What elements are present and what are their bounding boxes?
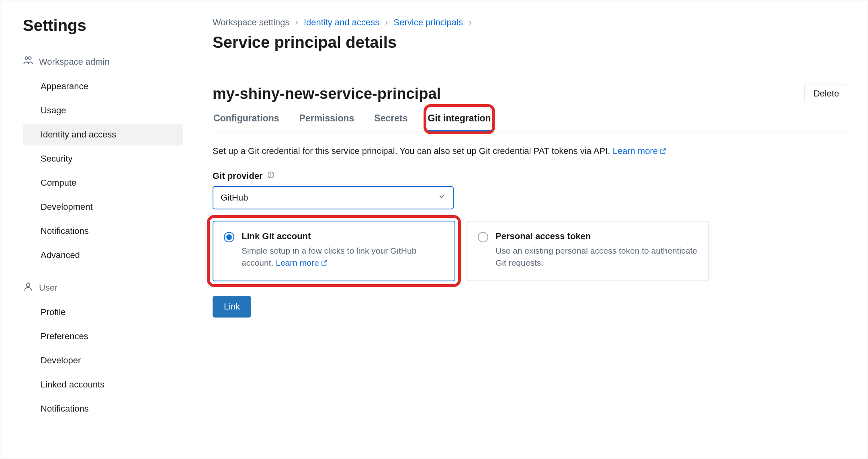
external-link-icon xyxy=(321,258,328,270)
git-provider-value: GitHub xyxy=(221,193,248,203)
sidebar-item-developer[interactable]: Developer xyxy=(23,350,183,371)
option-link-title: Link Git account xyxy=(242,231,444,242)
service-principal-name: my-shiny-new-service-principal xyxy=(213,85,441,102)
sidebar-item-development[interactable]: Development xyxy=(23,196,183,218)
radio-unselected-icon xyxy=(478,232,488,242)
breadcrumb-service-principals[interactable]: Service principals xyxy=(394,17,463,28)
user-icon xyxy=(23,281,33,294)
svg-point-0 xyxy=(25,57,27,59)
delete-button[interactable]: Delete xyxy=(804,84,848,103)
radio-selected-icon xyxy=(224,232,234,242)
info-icon xyxy=(267,171,275,181)
tab-git-integration[interactable]: Git integration xyxy=(427,107,491,131)
option-link-desc: Simple setup in a few clicks to link you… xyxy=(242,245,444,270)
sidebar-item-notifications[interactable]: Notifications xyxy=(23,220,183,242)
chevron-right-icon: › xyxy=(385,17,388,28)
option-pat-title: Personal access token xyxy=(495,231,698,242)
page-title: Service principal details xyxy=(213,33,848,51)
sidebar-item-linked-accounts[interactable]: Linked accounts xyxy=(23,374,183,395)
git-description: Set up a Git credential for this service… xyxy=(213,146,848,157)
sidebar-item-compute[interactable]: Compute xyxy=(23,172,183,194)
sidebar-section-user: User xyxy=(23,278,183,297)
divider xyxy=(213,63,848,63)
tab-configurations[interactable]: Configurations xyxy=(213,107,280,131)
option-link-git-account[interactable]: Link Git account Simple setup in a few c… xyxy=(213,221,455,281)
chevron-down-icon xyxy=(438,193,446,203)
sidebar-item-usage[interactable]: Usage xyxy=(23,100,183,121)
breadcrumb: Workspace settings › Identity and access… xyxy=(213,17,848,28)
git-auth-options: Link Git account Simple setup in a few c… xyxy=(213,221,848,281)
chevron-right-icon: › xyxy=(469,17,471,28)
nav-list-user: Profile Preferences Developer Linked acc… xyxy=(23,301,183,420)
link-button[interactable]: Link xyxy=(213,296,251,318)
option-pat-desc: Use an existing personal access token to… xyxy=(495,245,698,269)
breadcrumb-identity-and-access[interactable]: Identity and access xyxy=(304,17,379,28)
sidebar-title: Settings xyxy=(23,16,183,35)
sidebar-section-workspace-admin: Workspace admin xyxy=(23,52,183,72)
option-link-learn-more[interactable]: Learn more xyxy=(276,258,328,267)
breadcrumb-workspace-settings: Workspace settings xyxy=(213,17,290,28)
sidebar-item-user-notifications[interactable]: Notifications xyxy=(23,398,183,420)
main-content: Workspace settings › Identity and access… xyxy=(193,0,868,459)
workspace-admin-icon xyxy=(23,55,33,68)
git-provider-label: Git provider xyxy=(213,171,848,181)
svg-point-2 xyxy=(27,283,30,287)
sidebar-item-profile[interactable]: Profile xyxy=(23,301,183,323)
option-personal-access-token[interactable]: Personal access token Use an existing pe… xyxy=(467,221,709,281)
chevron-right-icon: › xyxy=(295,17,298,28)
nav-list-workspace-admin: Appearance Usage Identity and access Sec… xyxy=(23,76,183,266)
svg-point-5 xyxy=(270,173,271,174)
svg-point-1 xyxy=(29,57,31,59)
sidebar-item-appearance[interactable]: Appearance xyxy=(23,76,183,97)
sidebar-item-security[interactable]: Security xyxy=(23,148,183,170)
tabs: Configurations Permissions Secrets Git i… xyxy=(213,107,848,131)
tab-secrets[interactable]: Secrets xyxy=(373,107,408,131)
tab-permissions[interactable]: Permissions xyxy=(299,107,355,131)
external-link-icon xyxy=(659,147,667,157)
sidebar-item-preferences[interactable]: Preferences xyxy=(23,326,183,347)
settings-sidebar: Settings Workspace admin Appearance Usag… xyxy=(0,0,193,459)
sidebar-item-identity-and-access[interactable]: Identity and access xyxy=(23,124,183,145)
learn-more-link[interactable]: Learn more xyxy=(612,146,667,156)
sidebar-item-advanced[interactable]: Advanced xyxy=(23,244,183,266)
git-provider-select[interactable]: GitHub xyxy=(213,186,454,209)
